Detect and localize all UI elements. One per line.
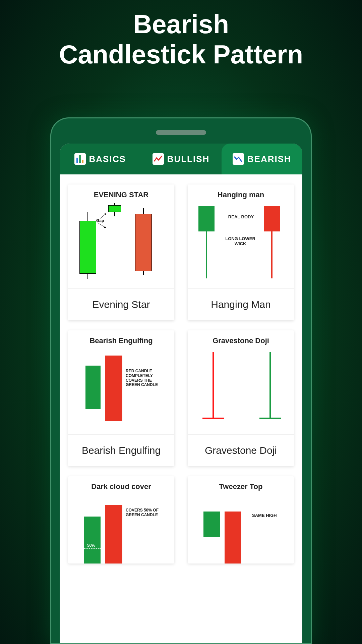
pattern-diagram: Dark cloud cover COVERS 50% OF GREEN CAN…: [68, 476, 174, 564]
svg-marker-3: [104, 226, 106, 228]
real-body-annotation: REAL BODY: [223, 215, 259, 220]
line-up-icon: [153, 153, 164, 165]
page-title-line2: Candlestick Pattern: [59, 40, 303, 69]
cover-annotation: COVERS 50% OF GREEN CANDLE: [126, 508, 164, 518]
pattern-grid: EVENING STAR Gap Evening Star: [60, 174, 302, 574]
tab-bar: BASICS BULLISH BEARISH: [60, 144, 302, 174]
pattern-card-gravestone-doji[interactable]: Gravestone Doji Gravestone Doji: [188, 330, 294, 466]
diagram-title: Gravestone Doji: [192, 336, 290, 345]
bar-chart-icon: [74, 153, 86, 165]
page-title-line1: Bearish: [133, 9, 229, 39]
diagram-title: EVENING STAR: [72, 191, 170, 199]
pattern-card-hanging-man[interactable]: Hanging man REAL BODY LONG LOWER WICK Ha…: [188, 184, 294, 320]
same-high-annotation: SAME HIGH: [252, 513, 277, 518]
tab-bearish[interactable]: BEARISH: [222, 144, 302, 174]
pattern-name: Evening Star: [68, 288, 174, 320]
diagram-title: Dark cloud cover: [72, 482, 170, 491]
tab-bullish[interactable]: BULLISH: [140, 144, 221, 174]
pattern-card-dark-cloud-cover[interactable]: Dark cloud cover COVERS 50% OF GREEN CAN…: [68, 476, 174, 564]
pattern-diagram: EVENING STAR Gap: [68, 184, 174, 288]
pattern-diagram: Gravestone Doji: [188, 330, 294, 434]
pattern-name: Hanging Man: [188, 288, 294, 320]
phone-speaker: [156, 130, 206, 135]
engulfing-annotation: RED CANDLE COMPLETELY COVERS THE GREEN C…: [126, 369, 163, 387]
svg-marker-1: [104, 213, 106, 215]
diagram-title: Bearish Engulfing: [72, 336, 170, 345]
diagram-title: Hanging man: [192, 191, 290, 199]
pct-annotation: 50%: [87, 543, 95, 548]
pattern-diagram: Bearish Engulfing RED CANDLE COMPLETELY …: [68, 330, 174, 434]
tab-label: BULLISH: [167, 154, 210, 164]
wick-annotation: LONG LOWER WICK: [220, 236, 260, 247]
pattern-name: Bearish Engulfing: [68, 434, 174, 466]
tab-label: BEARISH: [247, 154, 291, 164]
pattern-diagram: Tweezer Top SAME HIGH: [188, 476, 294, 564]
pattern-card-bearish-engulfing[interactable]: Bearish Engulfing RED CANDLE COMPLETELY …: [68, 330, 174, 466]
phone-screen: BASICS BULLISH BEARISH EVENING STAR: [60, 144, 302, 643]
phone-mockup: BASICS BULLISH BEARISH EVENING STAR: [50, 117, 312, 644]
line-down-icon: [233, 153, 244, 165]
tab-label: BASICS: [89, 154, 126, 164]
pattern-name: Gravestone Doji: [188, 434, 294, 466]
page-title: Bearish Candlestick Pattern: [0, 0, 362, 69]
diagram-title: Tweezer Top: [192, 482, 290, 491]
pattern-diagram: Hanging man REAL BODY LONG LOWER WICK: [188, 184, 294, 288]
pattern-card-tweezer-top[interactable]: Tweezer Top SAME HIGH: [188, 476, 294, 564]
tab-basics[interactable]: BASICS: [60, 144, 140, 174]
pattern-card-evening-star[interactable]: EVENING STAR Gap Evening Star: [68, 184, 174, 320]
